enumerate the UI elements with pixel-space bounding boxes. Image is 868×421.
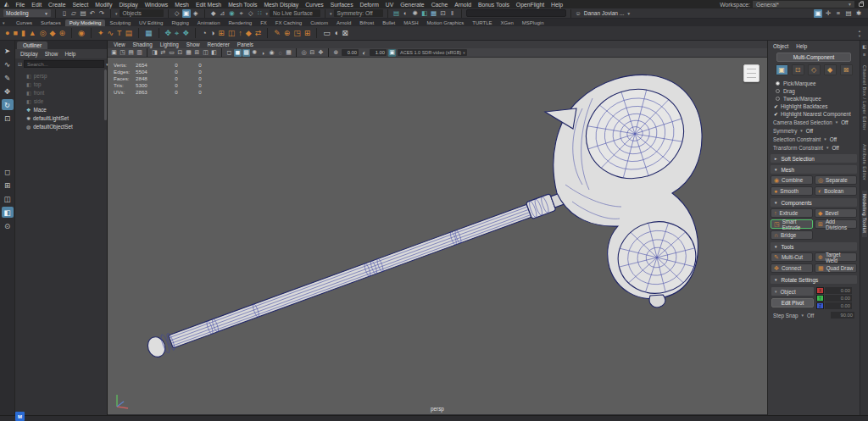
colorspace-dropdown[interactable]: ACES 1.0 SDR-video (sRGB)▾ <box>398 49 467 56</box>
viewport-menu-item[interactable]: Renderer <box>207 42 229 47</box>
exposure-field[interactable]: 0.00 <box>342 49 359 56</box>
shelf-tab[interactable]: Custom <box>306 19 332 26</box>
separate-icon[interactable]: ◫ <box>228 30 236 37</box>
menu-item[interactable]: Generate <box>400 2 424 8</box>
add-divisions-button[interactable]: ⊞Add Divisions <box>815 219 857 229</box>
viewport-menu-item[interactable]: Lighting <box>160 42 179 47</box>
smooth-button[interactable]: ●Smooth <box>771 186 813 196</box>
extrude-icon[interactable]: ↑ <box>238 30 242 37</box>
panel-menu-icon[interactable]: ≡ <box>863 52 865 57</box>
shelf-tab[interactable]: MASH <box>399 19 422 26</box>
shelf-tab[interactable]: Arnold <box>332 19 355 26</box>
view-cube[interactable] <box>743 64 760 82</box>
viewport-menu-item[interactable]: View <box>114 42 125 47</box>
snap-to-point-icon[interactable]: ◉ <box>228 9 236 18</box>
multi-component-button[interactable]: Multi-Component <box>776 53 851 62</box>
anti-aliasing-icon[interactable]: ▦ <box>285 49 292 57</box>
hypershade-icon[interactable]: ◧ <box>420 9 429 18</box>
menu-item[interactable]: Mesh Tools <box>228 2 257 8</box>
motion-blur-icon[interactable]: ◌ <box>276 49 284 57</box>
boolean-union-icon[interactable]: ◔ <box>202 30 206 37</box>
render-view-icon[interactable]: ▤ <box>392 9 401 18</box>
humanik-toggle-icon[interactable]: ✛ <box>824 9 832 18</box>
viewport-menu-item[interactable]: Shading <box>133 42 153 47</box>
symmetry-field[interactable]: Symmetry: Off <box>334 9 383 17</box>
gamma-icon[interactable]: ◐ <box>360 49 368 57</box>
layout-outliner-persp[interactable]: ◧ <box>2 207 14 218</box>
channel-box-toggle-icon[interactable]: ≡ <box>834 9 843 18</box>
menu-item[interactable]: Display <box>119 2 137 8</box>
bevel-icon[interactable]: ◆ <box>246 30 252 37</box>
color-management-icon[interactable]: ▣ <box>388 49 396 57</box>
quad-draw-icon[interactable]: ▭ <box>323 30 331 37</box>
connect-button[interactable]: ✥Connect <box>771 263 813 273</box>
sculpt-tool-icon[interactable]: ◖ <box>334 30 338 37</box>
workspace-value[interactable]: General*▼ <box>753 1 854 8</box>
attribute-editor-toggle-icon[interactable]: ▤ <box>844 9 853 18</box>
select-tool[interactable]: ➤ <box>2 45 14 56</box>
outliner-item-side[interactable]: ◧ side <box>15 97 107 105</box>
workspace-lock-icon[interactable] <box>859 3 864 7</box>
snap-to-projected-center-icon[interactable]: ⌖ <box>237 9 246 18</box>
outliner-scrollbar[interactable] <box>104 69 107 120</box>
safe-title-icon[interactable]: ◧ <box>210 49 218 57</box>
joints-xray-icon[interactable]: ✥ <box>317 49 325 57</box>
outliner-menu-item[interactable]: Help <box>64 51 75 57</box>
shadows-icon[interactable]: ◗ <box>259 49 267 57</box>
outliner-item-persp[interactable]: ◧ persp <box>15 71 107 80</box>
new-scene-icon[interactable]: ▯ <box>60 9 69 18</box>
combine-button[interactable]: ◉Combine <box>771 175 813 185</box>
snap-to-view-plane-icon[interactable]: ◇ <box>247 9 255 18</box>
smart-extrude-button[interactable]: ◳Smart Extrude <box>771 219 813 229</box>
tab-attribute-editor[interactable]: Attribute Editor <box>862 141 867 184</box>
components-section-header[interactable]: ▼Components <box>771 198 857 207</box>
outliner-search-input[interactable] <box>24 60 104 68</box>
menu-item[interactable]: Deform <box>360 2 379 8</box>
shelf-tab[interactable]: Bullet <box>378 19 399 26</box>
menu-item[interactable]: Edit <box>31 2 42 8</box>
selection-constraint-row[interactable]: Selection Constraint▼Off <box>768 135 860 143</box>
poly-cylinder-icon[interactable]: ▮ <box>21 30 25 37</box>
axis-value-field[interactable]: 0.00 <box>825 295 852 302</box>
safe-action-icon[interactable]: ◫ <box>202 49 209 57</box>
live-surface-field[interactable]: No Live Surface <box>270 9 320 17</box>
multi-cut-button[interactable]: ✎Multi-Cut <box>771 252 813 262</box>
shelf-tab[interactable]: Curves <box>12 19 36 26</box>
radio-pick-marquee[interactable]: Pick/Marquee <box>768 80 860 87</box>
radio-tweak-marquee[interactable]: Tweak/Marquee <box>768 95 860 102</box>
menu-item[interactable]: Curves <box>305 2 324 8</box>
snap-to-curve-icon[interactable]: ⊿ <box>219 9 227 18</box>
smart-extrude-icon[interactable]: ◳ <box>293 30 301 37</box>
edit-pivot-button[interactable]: Edit Pivot <box>771 298 814 307</box>
select-hierarchy-mask-icon[interactable]: ◇ <box>173 9 181 18</box>
shelf-tab[interactable]: FX Caching <box>271 19 306 26</box>
edge-mode-icon[interactable]: ◇ <box>808 64 821 75</box>
ik-handle-icon[interactable]: ⌖ <box>175 30 179 37</box>
menu-set-dropdown[interactable]: Modeling▼ <box>3 9 51 17</box>
shelf-tab[interactable]: UV Editing <box>135 19 167 26</box>
outliner-menu-item[interactable]: Display <box>20 51 38 57</box>
move-tool[interactable]: ✥ <box>2 86 14 97</box>
viewport-menu-item[interactable]: Show <box>186 42 200 47</box>
menu-item[interactable]: Mesh Display <box>264 2 298 8</box>
joint-tool-icon[interactable]: ✥ <box>165 30 172 37</box>
outliner-tab[interactable]: Outliner <box>17 42 47 49</box>
outliner-item-top[interactable]: ◧ top <box>15 80 107 88</box>
shaded-icon[interactable]: ◼ <box>234 49 242 57</box>
modeling-toolkit-toggle-icon[interactable]: ▣ <box>814 9 822 18</box>
camera-attributes-icon[interactable]: ▤ <box>127 49 135 57</box>
bookmarks-icon[interactable]: ▥ <box>136 49 143 57</box>
panel-pin-icon[interactable]: ◧ <box>862 44 866 49</box>
menu-item[interactable]: Arnold <box>454 2 471 8</box>
select-object-mask-icon[interactable]: ▣ <box>182 9 191 18</box>
chevron-down-icon[interactable]: ▾ <box>106 62 108 67</box>
tab-channel-box[interactable]: Channel Box / Layer Editor <box>862 62 867 134</box>
viewport-canvas[interactable]: Verts: 2654 0 0 Edges: 5504 0 0 Faces: 2… <box>108 58 767 414</box>
lock-camera-icon[interactable]: ◳ <box>119 49 126 57</box>
target-weld-button[interactable]: ⊕Target Weld <box>815 252 857 262</box>
filter-icon[interactable]: ⊡ <box>18 61 22 67</box>
paint-select-tool[interactable]: ✎ <box>2 72 14 83</box>
xray-icon[interactable]: ⊟ <box>309 49 316 57</box>
outliner-item-mace[interactable]: ❖ Mace <box>15 105 107 114</box>
lasso-tool[interactable]: ∿ <box>2 58 14 69</box>
